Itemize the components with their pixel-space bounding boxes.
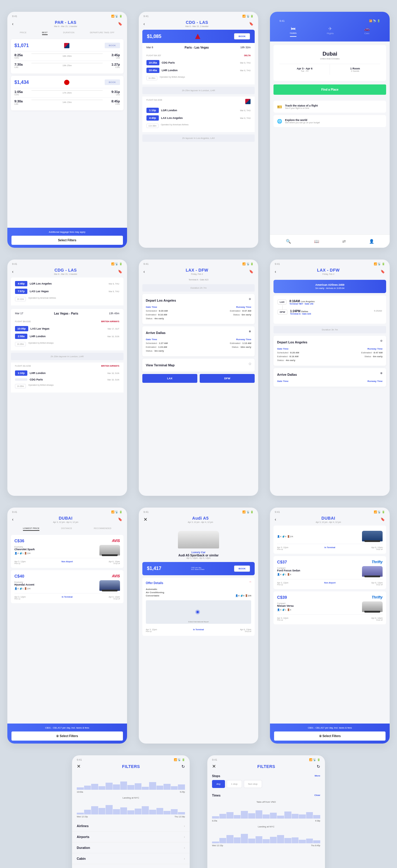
histogram[interactable]: [77, 803, 185, 814]
car-image: [362, 566, 383, 577]
destination-card[interactable]: Dubai United Arab Emirates Apr 3 - Apr 6…: [273, 45, 386, 81]
clear-link[interactable]: Clear: [315, 794, 320, 797]
filter-row-quality[interactable]: Quality›: [72, 864, 190, 868]
price: $1,071: [14, 43, 29, 48]
tab-hotels[interactable]: 🛏Hotels: [290, 26, 297, 37]
chevron-right-icon: ›: [184, 857, 185, 860]
chevron-right-icon: ›: [184, 835, 185, 839]
map[interactable]: Dubai International Airport: [146, 600, 252, 624]
tab-flights[interactable]: ✈Flights: [327, 26, 334, 37]
screen-car-detail: 9:41📶 📡 🔋 ✕Audi A5Apr 3, 12 pm - Apr 4, …: [139, 507, 259, 744]
filter-row-duration[interactable]: Duration›: [72, 842, 190, 853]
car-card[interactable]: C$39Thrifty CompactNissan Versa👤4 🧳1 🚪4 …: [273, 591, 386, 624]
car-image: [99, 580, 120, 591]
tab-price[interactable]: PRICE: [20, 31, 27, 35]
guide-icon[interactable]: 📖: [314, 239, 319, 244]
sort-tabs: PRICE BEST DURATION DEPARTURE TAKE-OFF: [7, 30, 127, 37]
tab-recommended[interactable]: RECOMMENDED: [94, 527, 111, 531]
airline-logo-aa: [64, 43, 69, 48]
dfw-button[interactable]: DFW: [200, 374, 255, 383]
reset-icon[interactable]: ↻: [181, 764, 185, 769]
tab-departure[interactable]: DEPARTURE TAKE-OFF: [90, 31, 115, 35]
airline-logo-ac: [64, 80, 69, 85]
tab-cars[interactable]: 🚗Cars: [364, 26, 370, 37]
bookmark-icon[interactable]: 🔖: [381, 270, 385, 274]
profile-icon[interactable]: 👤: [369, 239, 374, 244]
screen-flight-tracker: 9:41📶 📡 🔋 ‹LAX - DFWFriday, Feb 2🔖 Ameri…: [270, 259, 390, 496]
close-icon[interactable]: ✕: [143, 517, 147, 522]
screen-flight-return: 9:41📶 📡 🔋 ‹CDG - LASMar 8 - Mar 15, 1 tr…: [7, 259, 127, 496]
filter-row-cabin[interactable]: Cabin›: [72, 853, 190, 864]
swap-icon[interactable]: ⇄: [342, 239, 346, 244]
tab-distance[interactable]: DISTANCE: [61, 527, 72, 531]
search-icon[interactable]: 🔍: [286, 239, 291, 244]
screen-cars-b: 9:41📶 📡 🔋 ‹DUBAIApr 3, 12 pm - Apr 4, 12…: [270, 507, 390, 744]
flight-card[interactable]: $1,071BOOK 8:25aCDG16h 20m3:45pLAS 7:30a…: [11, 39, 124, 73]
route-row: Mar 8Paris - Las Vegas18h 32m: [142, 43, 255, 52]
book-button[interactable]: BOOK: [105, 80, 120, 85]
layover-bar: 2h layover in Los Angeles, LAX: [142, 134, 255, 142]
bookmark-icon[interactable]: 🔖: [118, 270, 122, 274]
screen-filters-b: 9:41📶 📡 🔋 ✕FILTERS↻ StopsMore Any 1 stop…: [207, 755, 325, 868]
price-bar: $1,085BOOK: [142, 30, 255, 43]
book-button[interactable]: BOOK: [234, 565, 250, 572]
layover-bar: 2h 25m layover in London, LHR: [142, 87, 255, 94]
track-flight-card[interactable]: 🎫Track the status of a flightSee if your…: [273, 101, 386, 113]
car-card[interactable]: C$36AVIS EconomyChevrolet Spark👤4 🧳1 🚪2/…: [11, 535, 124, 568]
bookmark-icon[interactable]: 🔖: [381, 517, 385, 521]
screen-home: 9:41📶 📡 🔋 🛏Hotels ✈Flights 🚗Cars Dubai U…: [270, 12, 390, 248]
select-filters-button[interactable]: ② Select Filters: [274, 732, 386, 741]
tab-lowest[interactable]: LOWEST PRICE: [23, 527, 39, 531]
bookmark-icon[interactable]: 🔖: [118, 22, 122, 26]
rooms-cell[interactable]: 1 Room2 Guests: [330, 64, 380, 75]
car-image: [178, 531, 219, 549]
dates-cell[interactable]: Apr 3 - Apr 6Tue - Fri: [279, 64, 330, 75]
find-place-button[interactable]: Find a Place: [273, 85, 386, 95]
destination-name: Dubai: [279, 51, 380, 57]
hero: 9:41📶 📡 🔋 🛏Hotels ✈Flights 🚗Cars: [270, 12, 390, 41]
plane-icon: ✈: [327, 26, 334, 31]
bookmark-icon[interactable]: 🔖: [249, 22, 254, 26]
more-link[interactable]: More: [315, 774, 320, 778]
explore-card[interactable]: 🌐Explore the worldSee where you can go o…: [273, 115, 386, 127]
bookmark-icon[interactable]: 🔖: [249, 270, 254, 274]
book-button[interactable]: BOOK: [105, 43, 120, 48]
bookmark-icon[interactable]: 🔖: [118, 517, 122, 521]
car-card[interactable]: C$37Thrifty CompactFord Focus Sedan👤4 🧳1…: [273, 556, 386, 589]
screen-flight-detail: 9:41📶 📡 🔋 ‹CDG - LASMar 8 - Mar 15, 1 tr…: [139, 12, 259, 248]
globe-icon: 🌐: [277, 119, 282, 124]
screen-flight-status: 9:41📶 📡 🔋 ‹LAX - DFWFriday, Feb 2🔖 Termi…: [139, 259, 259, 496]
timeline: LAX8:16AM Los AngelesTerminal TBIT · Gat…: [273, 296, 386, 324]
chip-any[interactable]: Any: [212, 780, 225, 788]
histogram[interactable]: [212, 807, 320, 818]
tab-duration[interactable]: DURATION: [63, 31, 74, 35]
histogram[interactable]: [212, 832, 320, 843]
car-card-partial[interactable]: 👤4 🧳4 🚪2/4 Apr 3, 12pmPick-upIn Terminal…: [273, 526, 386, 554]
reset-icon[interactable]: ↻: [317, 764, 320, 769]
select-filters-button[interactable]: ② Select Filters: [11, 732, 123, 741]
book-button[interactable]: BOOK: [234, 33, 250, 39]
close-icon[interactable]: ✕: [212, 764, 216, 769]
terminal-map-row[interactable]: View Terminal Map◌: [142, 359, 255, 372]
filter-row-airlines[interactable]: Airlines›: [72, 820, 190, 832]
lax-button[interactable]: LAX: [142, 374, 197, 383]
chip-nonstop[interactable]: Non stop: [244, 780, 262, 788]
depart-icon: ⊖: [380, 339, 383, 345]
ticket-icon: 🎫: [277, 104, 282, 109]
flight-card[interactable]: $1,434BOOK 1:05aCDG17h 26m9:31pLAS 9:30a…: [11, 76, 124, 110]
tab-best[interactable]: BEST: [42, 31, 47, 35]
loading-icon: ◌: [249, 362, 251, 368]
filter-row-airports[interactable]: Airports›: [72, 832, 190, 842]
chevron-right-icon: ›: [184, 824, 185, 828]
arrive-icon: ⊕: [249, 330, 251, 336]
close-icon[interactable]: ✕: [77, 764, 80, 769]
car-image: [362, 531, 383, 541]
arrive-icon: ⊕: [380, 372, 383, 377]
chip-1stop[interactable]: 1 stop: [227, 780, 242, 788]
select-filters-button[interactable]: Select Filters: [11, 236, 123, 245]
offer-details: Offer Details⌒ AutomaticAir Conditioning…: [142, 578, 255, 636]
depart-icon: ⊖: [249, 298, 251, 303]
histogram[interactable]: [77, 778, 185, 790]
footer: Additional baggage fees may apply Select…: [7, 228, 127, 248]
car-card[interactable]: C$40AVIS EconomyHyundai Accent👤4 🧳1 🚪2/4…: [11, 570, 124, 603]
